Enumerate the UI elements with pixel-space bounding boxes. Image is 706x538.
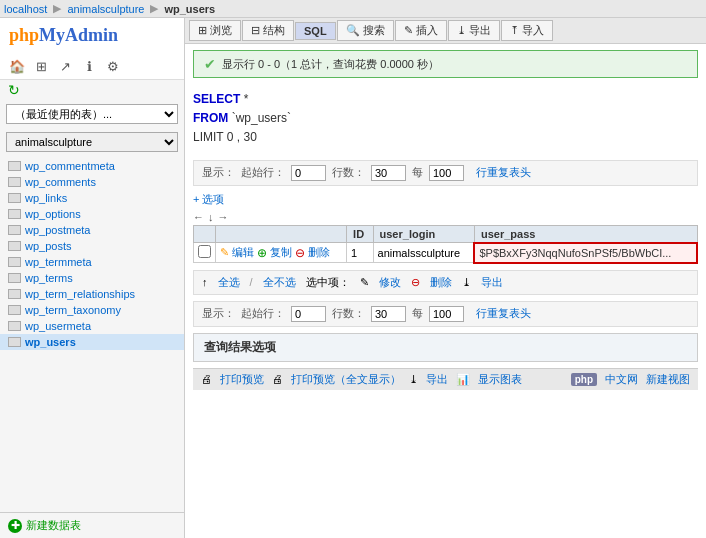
arrow-icon[interactable]: ↗ — [56, 57, 74, 75]
edit-link[interactable]: 编辑 — [232, 245, 254, 260]
per-label-2: 每 — [412, 306, 423, 321]
export2-link[interactable]: 导出 — [481, 275, 503, 290]
grid-icon[interactable]: ⊞ — [32, 57, 50, 75]
sidebar-table-item[interactable]: wp_commentmeta — [0, 158, 184, 174]
sql-limit: LIMIT 0 , 30 — [193, 130, 257, 144]
cell-id: 1 — [347, 243, 373, 263]
sidebar-table-item[interactable]: wp_users — [0, 334, 184, 350]
sql-button[interactable]: SQL — [295, 22, 336, 40]
table-icon — [8, 337, 21, 347]
copy-link[interactable]: 复制 — [270, 245, 292, 260]
export3-link[interactable]: 导出 — [426, 372, 448, 387]
sidebar-table-item[interactable]: wp_terms — [0, 270, 184, 286]
sidebar-table-item[interactable]: wp_options — [0, 206, 184, 222]
recent-tables-dropdown[interactable]: （最近使用的表）... — [6, 104, 178, 124]
new-table-label: 新建数据表 — [26, 518, 81, 533]
display-label-2: 显示： — [202, 306, 235, 321]
query-options-section[interactable]: 查询结果选项 — [193, 333, 698, 362]
export-button[interactable]: ⤓ 导出 — [448, 20, 500, 41]
sql-table: `wp_users` — [232, 111, 291, 125]
table-icon — [8, 305, 21, 315]
refresh-icon[interactable]: ↻ — [0, 80, 184, 100]
data-table: ID user_login user_pass ✎ 编辑 — [193, 225, 698, 264]
new-view-link[interactable]: 新建视图 — [646, 372, 690, 387]
breadcrumb-table[interactable]: wp_users — [164, 3, 215, 15]
cell-user-pass: $P$BxXFy3NqqNufoSnPSf5/BbWbCI... — [474, 243, 697, 263]
start-input[interactable] — [291, 165, 326, 181]
selected-label: 选中项： — [306, 275, 350, 290]
export2-icon: ⤓ — [462, 276, 471, 289]
start-label-2: 起始行： — [241, 306, 285, 321]
sort-icon[interactable]: ↓ — [208, 211, 214, 223]
sidebar-table-item[interactable]: wp_comments — [0, 174, 184, 190]
arrow-right[interactable]: → — [218, 211, 229, 223]
info-icon[interactable]: ℹ — [80, 57, 98, 75]
print-preview-link[interactable]: 打印预览 — [220, 372, 264, 387]
table-icon — [8, 161, 21, 171]
sidebar-table-item[interactable]: wp_termmeta — [0, 254, 184, 270]
table-icon — [8, 177, 21, 187]
breadcrumb-db[interactable]: animalsculpture — [67, 3, 144, 15]
delete-link[interactable]: 删除 — [308, 245, 330, 260]
export-icon: ⤓ — [457, 24, 466, 37]
per-input-2[interactable] — [429, 306, 464, 322]
copy-icon[interactable]: ⊕ — [257, 246, 267, 260]
success-text: 显示行 0 - 0（1 总计，查询花费 0.0000 秒） — [222, 57, 439, 72]
table-icon — [8, 241, 21, 251]
row-checkbox-cell — [194, 243, 216, 263]
add-options-link[interactable]: + 选项 — [193, 192, 698, 207]
col-user-pass[interactable]: user_pass — [474, 225, 697, 243]
print-full-link[interactable]: 打印预览（全文显示） — [291, 372, 401, 387]
content-body: ✔ 显示行 0 - 0（1 总计，查询花费 0.0000 秒） SELECT *… — [185, 44, 706, 538]
content-area: ⊞ 浏览 ⊟ 结构 SQL 🔍 搜索 ✎ 插入 ⤓ 导出 — [185, 18, 706, 538]
structure-button[interactable]: ⊟ 结构 — [242, 20, 294, 41]
home-icon[interactable]: 🏠 — [8, 57, 26, 75]
sidebar-table-item[interactable]: wp_postmeta — [0, 222, 184, 238]
start-input-2[interactable] — [291, 306, 326, 322]
edit-icon[interactable]: ✎ — [220, 246, 229, 259]
search-button[interactable]: 🔍 搜索 — [337, 20, 394, 41]
delete-icon[interactable]: ⊖ — [295, 246, 305, 260]
settings-icon[interactable]: ⚙ — [104, 57, 122, 75]
chart-link[interactable]: 显示图表 — [478, 372, 522, 387]
sql-display: SELECT * FROM `wp_users` LIMIT 0 , 30 — [193, 86, 698, 152]
sidebar-table-item[interactable]: wp_posts — [0, 238, 184, 254]
row-actions-cell: ✎ 编辑 ⊕ 复制 ⊖ 删除 — [216, 243, 347, 263]
sidebar-table-item[interactable]: wp_usermeta — [0, 318, 184, 334]
col-user-login[interactable]: user_login — [373, 225, 474, 243]
sidebar-table-item[interactable]: wp_term_relationships — [0, 286, 184, 302]
delete2-link[interactable]: 删除 — [430, 275, 452, 290]
start-label: 起始行： — [241, 165, 285, 180]
count-input-2[interactable] — [371, 306, 406, 322]
sidebar-table-item[interactable]: wp_links — [0, 190, 184, 206]
db-select-area[interactable]: animalsculpture — [6, 132, 178, 152]
recent-tables-select[interactable]: （最近使用的表）... — [6, 104, 178, 124]
row-checkbox[interactable] — [198, 245, 211, 258]
chinese-link[interactable]: 中文网 — [605, 372, 638, 387]
col-id[interactable]: ID — [347, 225, 373, 243]
arrow-left[interactable]: ← — [193, 211, 204, 223]
browse-button[interactable]: ⊞ 浏览 — [189, 20, 241, 41]
browse-icon: ⊞ — [198, 24, 207, 37]
count-label: 行数： — [332, 165, 365, 180]
new-table-button[interactable]: ✚ 新建数据表 — [0, 512, 184, 538]
select-all-link[interactable]: 全选 — [218, 275, 240, 290]
repeat-header-2[interactable]: 行重复表头 — [476, 306, 531, 321]
repeat-header[interactable]: 行重复表头 — [476, 165, 531, 180]
db-select[interactable]: animalsculpture — [6, 132, 178, 152]
count-input[interactable] — [371, 165, 406, 181]
print-icon: 🖨 — [201, 373, 212, 385]
sql-keyword-from: FROM — [193, 111, 228, 125]
sidebar-table-item[interactable]: wp_term_taxonomy — [0, 302, 184, 318]
up-arrow-icon: ↑ — [202, 276, 208, 288]
success-icon: ✔ — [204, 56, 216, 72]
deselect-all-link[interactable]: 全不选 — [263, 275, 296, 290]
logo-area: phpMyAdmin — [0, 18, 184, 53]
chart-icon: 📊 — [456, 373, 470, 386]
per-input[interactable] — [429, 165, 464, 181]
breadcrumb-host[interactable]: localhost — [4, 3, 47, 15]
insert-button[interactable]: ✎ 插入 — [395, 20, 447, 41]
table-icon — [8, 225, 21, 235]
import-button[interactable]: ⤒ 导入 — [501, 20, 553, 41]
modify-link[interactable]: 修改 — [379, 275, 401, 290]
